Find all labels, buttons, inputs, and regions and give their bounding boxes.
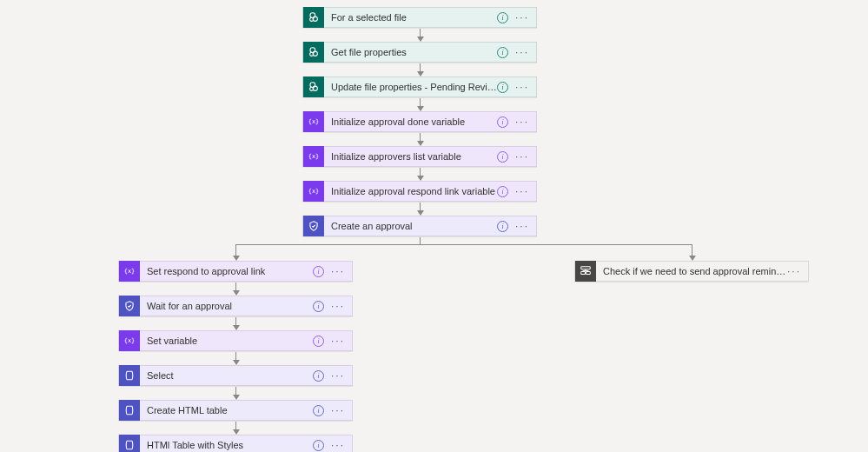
- variable-icon: {x}: [303, 146, 324, 167]
- more-button[interactable]: ···: [515, 12, 529, 23]
- info-icon[interactable]: i: [313, 336, 324, 347]
- connector-arrow: [420, 98, 421, 107]
- more-button[interactable]: ···: [331, 336, 345, 346]
- step-title: Get file properties: [324, 47, 497, 57]
- variable-icon: {x}: [119, 330, 140, 351]
- step-check-send-approval-reminders[interactable]: Check if we need to send approval remind…: [574, 261, 809, 282]
- more-button[interactable]: ···: [331, 440, 345, 450]
- flow-canvas[interactable]: For a selected file i ··· Get file prope…: [0, 0, 868, 452]
- approvals-icon: [119, 296, 140, 316]
- step-title: Check if we need to send approval remind…: [596, 266, 787, 276]
- svg-text:{x}: {x}: [124, 337, 136, 344]
- info-icon[interactable]: i: [313, 301, 324, 312]
- step-set-variable[interactable]: {x} Set variable i ···: [118, 330, 353, 351]
- more-button[interactable]: ···: [331, 266, 345, 276]
- svg-text:{x}: {x}: [308, 188, 320, 195]
- step-initialize-approval-done-variable[interactable]: {x} Initialize approval done variable i …: [302, 111, 537, 132]
- connector-arrow: [420, 63, 421, 72]
- connector-arrow: [235, 317, 236, 326]
- step-create-html-table[interactable]: Create HTML table i ···: [118, 400, 353, 421]
- sharepoint-icon: [303, 76, 324, 97]
- step-title: Set respond to approval link: [140, 266, 313, 276]
- sharepoint-icon: [303, 7, 324, 28]
- more-button[interactable]: ···: [515, 186, 529, 196]
- info-icon[interactable]: i: [497, 82, 508, 93]
- approvals-icon: [303, 216, 324, 236]
- step-title: Wait for an approval: [140, 301, 313, 311]
- svg-rect-16: [586, 272, 591, 275]
- info-icon[interactable]: i: [497, 12, 508, 23]
- step-wait-for-an-approval[interactable]: Wait for an approval i ···: [118, 296, 353, 316]
- svg-rect-14: [581, 267, 591, 269]
- connector-line: [420, 237, 421, 244]
- svg-text:{x}: {x}: [308, 118, 320, 125]
- step-for-a-selected-file[interactable]: For a selected file i ···: [302, 7, 537, 28]
- variable-icon: {x}: [303, 181, 324, 202]
- step-title: Initialize approval done variable: [324, 116, 497, 127]
- info-icon[interactable]: i: [497, 47, 508, 58]
- step-title: Initialize approvers list variable: [324, 151, 497, 162]
- svg-text:{x}: {x}: [308, 153, 320, 160]
- connector-arrow: [692, 244, 692, 256]
- connector-arrow: [235, 387, 236, 396]
- step-title: Update file properties - Pending Review: [324, 82, 497, 92]
- step-get-file-properties[interactable]: Get file properties i ···: [302, 42, 537, 63]
- step-title: HTMl Table with Styles: [140, 440, 313, 450]
- info-icon[interactable]: i: [497, 116, 508, 128]
- step-initialize-approval-respond-link-variable[interactable]: {x} Initialize approval respond link var…: [302, 181, 537, 202]
- dataops-icon: [119, 400, 140, 421]
- more-button[interactable]: ···: [331, 301, 345, 311]
- step-select[interactable]: Select i ···: [118, 365, 353, 386]
- more-button[interactable]: ···: [515, 82, 529, 92]
- connector-arrow: [420, 168, 421, 176]
- step-create-an-approval[interactable]: Create an approval i ···: [302, 216, 537, 236]
- step-title: Set variable: [140, 336, 313, 346]
- more-button[interactable]: ···: [515, 116, 529, 127]
- step-title: For a selected file: [324, 12, 497, 23]
- sharepoint-icon: [303, 42, 324, 63]
- step-title: Initialize approval respond link variabl…: [324, 186, 497, 196]
- connector-arrow: [235, 244, 236, 256]
- info-icon[interactable]: i: [497, 221, 508, 232]
- step-update-file-properties[interactable]: Update file properties - Pending Review …: [302, 76, 537, 97]
- step-initialize-approvers-list-variable[interactable]: {x} Initialize approvers list variable i…: [302, 146, 537, 167]
- info-icon[interactable]: i: [497, 186, 508, 197]
- more-button[interactable]: ···: [515, 151, 529, 162]
- step-title: Select: [140, 370, 313, 381]
- svg-text:{x}: {x}: [124, 268, 136, 275]
- connector-arrow: [420, 203, 421, 211]
- step-title: Create an approval: [324, 221, 497, 231]
- condition-icon: [575, 261, 596, 282]
- step-set-respond-to-approval-link[interactable]: {x} Set respond to approval link i ···: [118, 261, 353, 282]
- connector-arrow: [235, 282, 236, 291]
- more-button[interactable]: ···: [515, 47, 529, 57]
- step-html-table-with-styles[interactable]: HTMl Table with Styles i ···: [118, 435, 353, 452]
- dataops-icon: [119, 435, 140, 452]
- connector-arrow: [420, 29, 421, 37]
- connector-arrow: [420, 133, 421, 142]
- step-title: Create HTML table: [140, 405, 313, 415]
- more-button[interactable]: ···: [331, 370, 345, 381]
- connector-arrow: [235, 422, 236, 430]
- dataops-icon: [119, 365, 140, 386]
- connector-arrow: [235, 352, 236, 361]
- variable-icon: {x}: [303, 111, 324, 132]
- info-icon[interactable]: i: [313, 440, 324, 451]
- info-icon[interactable]: i: [313, 266, 324, 277]
- info-icon[interactable]: i: [313, 370, 324, 382]
- connector-line: [235, 244, 692, 245]
- info-icon[interactable]: i: [497, 151, 508, 163]
- more-button[interactable]: ···: [331, 405, 345, 415]
- svg-rect-15: [581, 272, 586, 275]
- more-button[interactable]: ···: [787, 266, 801, 276]
- variable-icon: {x}: [119, 261, 140, 282]
- more-button[interactable]: ···: [515, 221, 529, 231]
- info-icon[interactable]: i: [313, 405, 324, 416]
